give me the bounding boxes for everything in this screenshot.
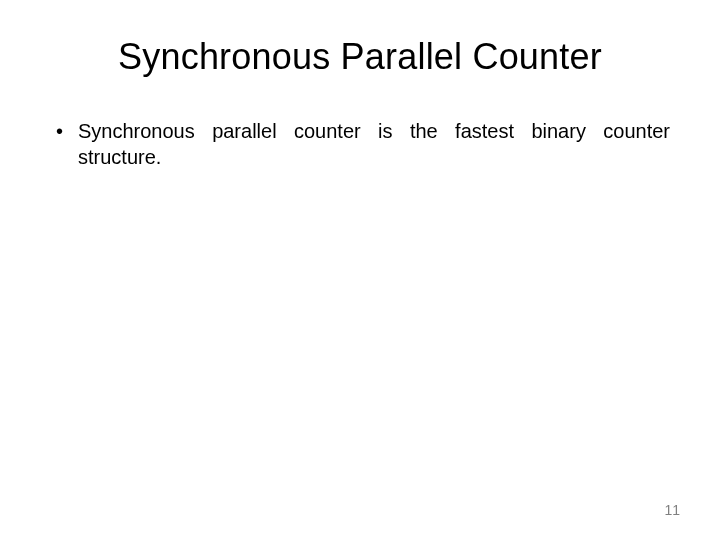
list-item: Synchronous parallel counter is the fast…: [56, 118, 670, 170]
slide: Synchronous Parallel Counter Synchronous…: [0, 0, 720, 540]
slide-title: Synchronous Parallel Counter: [50, 36, 670, 78]
page-number: 11: [664, 502, 680, 518]
bullet-list: Synchronous parallel counter is the fast…: [50, 118, 670, 170]
